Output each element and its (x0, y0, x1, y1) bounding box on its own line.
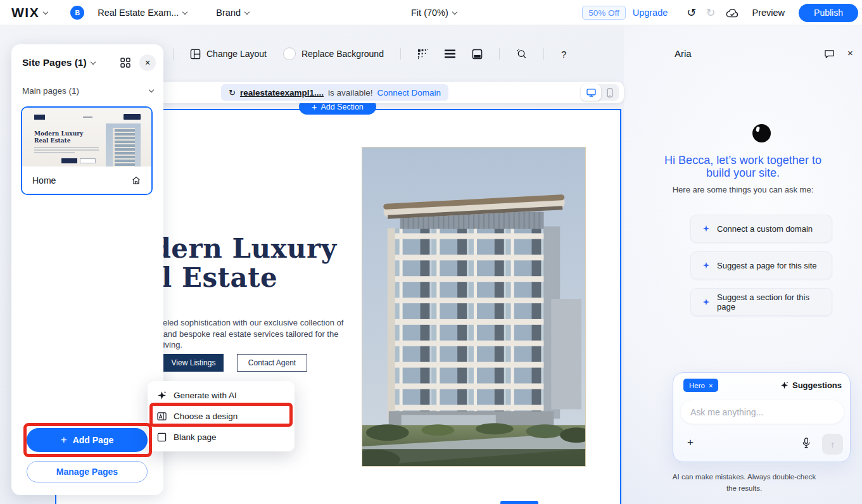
add-page-button[interactable]: Add Page (27, 428, 148, 452)
contact-agent-button[interactable]: Contact Agent (237, 354, 307, 372)
effects-dither-icon[interactable] (417, 49, 428, 60)
thumb-button (124, 114, 141, 120)
connect-domain-link[interactable]: Connect Domain (377, 88, 441, 98)
page-card-home[interactable]: Modern Luxury Real Estate Home (21, 106, 153, 195)
site-avatar[interactable]: B (70, 6, 84, 20)
change-layout-label: Change Layout (206, 49, 267, 59)
preview-button[interactable]: Preview (752, 8, 785, 18)
grid-view-icon[interactable] (120, 58, 130, 68)
refresh-domain-icon[interactable] (229, 88, 236, 98)
menu-item-choose-design[interactable]: Choose a design (148, 406, 295, 427)
desktop-view-button[interactable] (581, 84, 601, 101)
greeting-line1: Hi Becca, let’s work together to (637, 154, 849, 167)
chevron-down-icon[interactable] (244, 9, 250, 14)
thumb-heading: Modern Luxury Real Estate (34, 130, 94, 144)
aria-intro: Here are some things you can ask me: (637, 185, 849, 194)
add-page-label: Add Page (73, 435, 114, 445)
main-pages-group[interactable]: Main pages (1) (22, 84, 153, 98)
suggestion-connect-domain[interactable]: Connect a custom domain (690, 215, 832, 243)
redo-icon[interactable] (706, 6, 715, 20)
page-name: Home (32, 175, 56, 186)
zoom-label: Fit (70%) (411, 8, 448, 18)
sparkle-icon (702, 225, 710, 232)
ask-ai-input[interactable] (681, 400, 844, 424)
close-aria-icon[interactable] (844, 47, 857, 59)
publish-button[interactable]: Publish (799, 4, 858, 22)
section-list-icon[interactable] (445, 49, 455, 58)
wix-editor: WIX B Real Estate Exam... Brand Fit (70%… (0, 0, 862, 504)
pages-panel-header: Site Pages (1) (22, 53, 156, 72)
divider (543, 48, 544, 60)
change-layout-button[interactable]: Change Layout (190, 49, 267, 60)
divider (499, 48, 500, 60)
microphone-icon[interactable] (798, 437, 814, 449)
page-card-footer: Home (22, 167, 151, 194)
blank-page-label: Blank page (174, 432, 217, 442)
sparkle-icon (702, 261, 710, 269)
manage-pages-button[interactable]: Manage Pages (27, 461, 148, 482)
greeting-line2: build your site. (637, 167, 849, 179)
hero-cta-row: View Listings Contact Agent (163, 354, 307, 372)
replace-background-button[interactable]: Replace Background (283, 47, 384, 60)
suggestion-label: Suggest a section for this page (717, 293, 820, 312)
blank-page-icon (157, 432, 167, 442)
domain-bar: realestateexampl1.... is available! Conn… (152, 82, 624, 103)
editor-toolbar: Change Layout Replace Background ? (165, 42, 575, 65)
thumb-nav (83, 117, 92, 118)
aria-panel-title: Aria (675, 48, 692, 59)
ai-search-icon[interactable] (516, 49, 527, 60)
replace-background-label: Replace Background (301, 49, 384, 59)
choose-design-label: Choose a design (174, 412, 238, 421)
save-status-cloud-icon[interactable] (726, 8, 739, 18)
view-listings-button[interactable]: View Listings (163, 354, 224, 372)
zoom-control[interactable]: Fit (70%) (411, 0, 457, 25)
chevron-down-icon[interactable] (182, 9, 187, 14)
suggestion-page[interactable]: Suggest a page for this site (690, 251, 832, 279)
help-button[interactable]: ? (561, 49, 566, 60)
site-name-menu[interactable]: Real Estate Exam... (98, 8, 179, 18)
sparkle-icon (780, 381, 789, 389)
page-thumbnail: Modern Luxury Real Estate (22, 108, 151, 168)
background-swatch-icon (283, 47, 296, 60)
layout-grid-icon (190, 49, 201, 60)
pages-panel-title[interactable]: Site Pages (1) (22, 57, 87, 68)
brand-menu[interactable]: Brand (216, 8, 241, 18)
domain-name[interactable]: realestateexampl1.... (240, 88, 324, 98)
suggestion-label: Connect a custom domain (717, 224, 813, 234)
menu-item-generate-ai[interactable]: Generate with AI (148, 385, 295, 406)
thumb-building-image (106, 123, 141, 168)
context-tag-hero[interactable]: Hero (683, 379, 718, 392)
suggestion-label: Suggest a page for this site (717, 261, 817, 270)
suggestion-section[interactable]: Suggest a section for this page (690, 288, 832, 316)
section-layout-icon[interactable] (472, 49, 483, 60)
suggestions-toggle[interactable]: Suggestions (780, 381, 842, 390)
chevron-down-icon[interactable] (43, 9, 48, 14)
feedback-chat-icon[interactable] (824, 49, 835, 59)
hero-building-image[interactable] (362, 147, 586, 467)
aria-composer: Hero Suggestions (673, 372, 851, 462)
close-panel-icon[interactable] (139, 54, 156, 71)
send-button[interactable] (822, 434, 843, 455)
remove-tag-icon[interactable] (709, 382, 713, 389)
menu-item-blank-page[interactable]: Blank page (148, 427, 295, 448)
site-pages-panel: Site Pages (1) Main pages (1) Modern Lux… (11, 44, 163, 495)
topbar-left: WIX B Real Estate Exam... Brand (0, 0, 249, 25)
availability-text: is available! (328, 88, 373, 98)
mobile-view-button[interactable] (601, 84, 619, 101)
wix-logo[interactable]: WIX (11, 5, 39, 20)
add-section-button-peek[interactable] (500, 501, 538, 504)
topbar-right: 50% Off Upgrade Preview Publish (582, 0, 858, 25)
device-toggle (581, 84, 619, 101)
chevron-down-icon[interactable] (90, 59, 95, 64)
thumb-cta-primary (61, 158, 77, 163)
discount-badge: 50% Off (582, 6, 626, 20)
undo-icon[interactable] (687, 6, 696, 20)
upgrade-link[interactable]: Upgrade (633, 8, 668, 18)
chevron-down-icon (452, 9, 457, 14)
aria-avatar (752, 124, 771, 142)
ai-disclaimer: AI can make mistakes. Always double-chec… (668, 471, 820, 494)
add-page-menu: Generate with AI Choose a design Blank p… (148, 381, 295, 451)
design-template-icon (157, 412, 167, 421)
attach-plus-button[interactable] (681, 434, 699, 451)
divider (173, 48, 174, 60)
